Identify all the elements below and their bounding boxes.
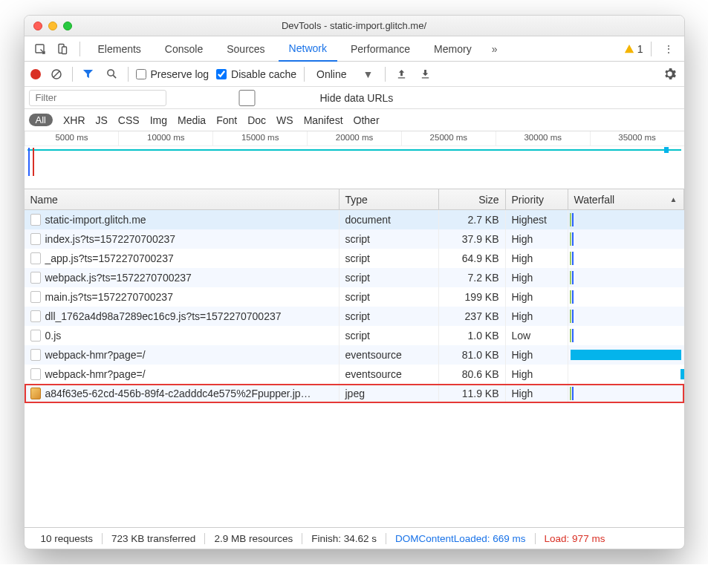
type-img[interactable]: Img (150, 114, 167, 126)
cell-size: 7.2 KB (439, 268, 506, 287)
type-manifest[interactable]: Manifest (304, 114, 343, 126)
sort-asc-icon: ▲ (670, 195, 678, 203)
file-icon (30, 291, 41, 303)
inspect-icon[interactable] (30, 39, 50, 59)
cell-name: webpack.js?ts=1572270700237 (25, 268, 340, 287)
tab-performance[interactable]: Performance (340, 37, 420, 61)
network-toolbar: Preserve log Disable cache Online▼ (25, 62, 684, 87)
warning-count[interactable]: 1 (624, 43, 643, 55)
main-tabs: Elements Console Sources Network Perform… (25, 36, 684, 62)
kebab-menu-icon[interactable]: ⋮ (659, 39, 678, 59)
window-title: DevTools - static-import.glitch.me/ (25, 20, 684, 31)
type-all[interactable]: All (29, 114, 53, 126)
file-icon (30, 349, 41, 361)
filter-input[interactable] (29, 90, 166, 106)
tab-network[interactable]: Network (279, 36, 337, 62)
cell-priority: Highest (506, 210, 568, 229)
tab-sources[interactable]: Sources (216, 37, 275, 61)
status-resources: 2.9 MB resources (205, 533, 302, 544)
cell-priority: High (506, 268, 568, 287)
table-row[interactable]: 0.jsscript1.0 KBLow (25, 326, 684, 345)
cell-name: dll_1762a4d98a7289ec16c9.js?ts=157227070… (25, 307, 340, 326)
cell-size: 64.9 KB (439, 249, 506, 268)
cell-waterfall (568, 365, 684, 384)
type-filter-bar: All XHR JS CSS Img Media Font Doc WS Man… (25, 109, 684, 131)
table-row[interactable]: webpack-hmr?page=/eventsource81.0 KBHigh (25, 345, 684, 365)
tab-console[interactable]: Console (155, 37, 213, 61)
device-toggle-icon[interactable] (53, 39, 72, 59)
type-js[interactable]: JS (96, 114, 108, 126)
cell-size: 11.9 KB (439, 384, 506, 403)
devtools-window: DevTools - static-import.glitch.me/ Elem… (24, 15, 685, 549)
table-row[interactable]: main.js?ts=1572270700237script199 KBHigh (25, 287, 684, 307)
cell-name: webpack-hmr?page=/ (25, 345, 340, 365)
record-button[interactable] (30, 69, 41, 79)
cell-waterfall (568, 229, 684, 249)
file-icon (30, 388, 41, 399)
cell-type: document (340, 210, 439, 229)
type-ws[interactable]: WS (276, 114, 293, 126)
cell-size: 2.7 KB (439, 210, 506, 229)
cell-type: eventsource (340, 365, 439, 384)
disable-cache-checkbox[interactable]: Disable cache (216, 68, 296, 80)
cell-priority: High (506, 229, 568, 249)
col-size[interactable]: Size (439, 189, 506, 209)
col-priority[interactable]: Priority (506, 189, 568, 209)
filter-icon[interactable] (80, 68, 97, 79)
cell-priority: High (506, 307, 568, 326)
type-font[interactable]: Font (216, 114, 237, 126)
status-transferred: 723 KB transferred (103, 533, 205, 544)
table-row[interactable]: webpack-hmr?page=/eventsource80.6 KBHigh (25, 365, 684, 384)
type-other[interactable]: Other (354, 114, 380, 126)
table-row[interactable]: a84f63e5-62cd-456b-89f4-c2adddc4e575%2Fp… (25, 384, 684, 403)
type-css[interactable]: CSS (118, 114, 140, 126)
cell-name: static-import.glitch.me (25, 210, 340, 229)
cell-waterfall (568, 287, 684, 307)
table-row[interactable]: index.js?ts=1572270700237script37.9 KBHi… (25, 229, 684, 249)
table-row[interactable]: _app.js?ts=1572270700237script64.9 KBHig… (25, 249, 684, 268)
cell-priority: High (506, 249, 568, 268)
tab-elements[interactable]: Elements (88, 37, 152, 61)
file-icon (30, 368, 41, 380)
download-icon[interactable] (417, 68, 433, 79)
timeline-overview[interactable]: 5000 ms 10000 ms 15000 ms 20000 ms 25000… (25, 131, 684, 189)
tab-memory[interactable]: Memory (423, 37, 482, 61)
cell-name: _app.js?ts=1572270700237 (25, 249, 340, 268)
col-waterfall[interactable]: Waterfall▲ (568, 189, 684, 209)
status-bar: 10 requests 723 KB transferred 2.9 MB re… (25, 528, 684, 549)
cell-waterfall (568, 345, 684, 365)
file-icon (30, 310, 41, 322)
cell-priority: High (506, 287, 568, 307)
cell-type: script (340, 268, 439, 287)
type-xhr[interactable]: XHR (63, 114, 85, 126)
upload-icon[interactable] (393, 68, 409, 79)
table-row[interactable]: dll_1762a4d98a7289ec16c9.js?ts=157227070… (25, 307, 684, 326)
preserve-log-checkbox[interactable]: Preserve log (136, 68, 210, 80)
search-icon[interactable] (104, 68, 120, 79)
col-type[interactable]: Type (340, 189, 439, 209)
cell-type: script (340, 307, 439, 326)
cell-size: 80.6 KB (439, 365, 506, 384)
cell-name: 0.js (25, 326, 340, 345)
type-doc[interactable]: Doc (247, 114, 266, 126)
col-name[interactable]: Name (25, 189, 340, 209)
table-header: Name Type Size Priority Waterfall▲ (25, 189, 684, 210)
chevron-down-icon: ▼ (363, 68, 374, 80)
file-icon (30, 214, 41, 226)
throttle-select[interactable]: Online▼ (312, 68, 377, 80)
cell-size: 37.9 KB (439, 229, 506, 249)
type-media[interactable]: Media (178, 114, 206, 126)
settings-gear-icon[interactable] (662, 68, 678, 80)
cell-waterfall (568, 326, 684, 345)
table-row[interactable]: static-import.glitch.medocument2.7 KBHig… (25, 210, 684, 229)
cell-name: webpack-hmr?page=/ (25, 365, 340, 384)
table-row[interactable]: webpack.js?ts=1572270700237script7.2 KBH… (25, 268, 684, 287)
hide-data-urls-checkbox[interactable]: Hide data URLs (178, 90, 394, 106)
cell-name: main.js?ts=1572270700237 (25, 287, 340, 307)
cell-size: 81.0 KB (439, 345, 506, 365)
cell-priority: High (506, 345, 568, 365)
cell-name: a84f63e5-62cd-456b-89f4-c2adddc4e575%2Fp… (25, 384, 340, 403)
file-icon (30, 252, 41, 264)
more-tabs-icon[interactable]: » (485, 39, 504, 59)
clear-icon[interactable] (48, 68, 65, 80)
